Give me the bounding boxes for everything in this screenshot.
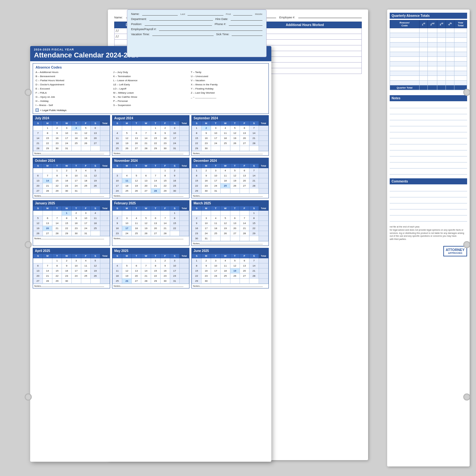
day-cell[interactable] <box>230 188 240 194</box>
day-cell[interactable] <box>230 236 240 241</box>
q-cell[interactable] <box>390 47 420 52</box>
q-cell[interactable] <box>446 57 454 62</box>
day-cell[interactable]: 2 <box>160 126 170 131</box>
day-cell[interactable]: 15 <box>192 178 202 183</box>
day-cell[interactable] <box>141 168 151 173</box>
q-cell[interactable] <box>390 57 420 62</box>
day-cell[interactable]: 30 <box>160 146 170 151</box>
day-cell[interactable]: 28 <box>141 146 151 151</box>
day-cell[interactable]: 7 <box>52 216 62 221</box>
day-cell[interactable]: 8 <box>43 131 52 136</box>
day-cell[interactable]: 2 <box>202 258 211 263</box>
day-cell[interactable]: 14 <box>43 178 52 183</box>
day-cell[interactable] <box>249 188 259 194</box>
day-cell[interactable]: 26 <box>230 183 240 188</box>
day-cell[interactable]: 2 <box>202 126 211 131</box>
day-cell[interactable]: 9 <box>52 131 62 136</box>
day-cell[interactable]: 7 <box>43 173 52 178</box>
vacation-field[interactable] <box>152 36 214 36</box>
day-cell[interactable]: 27 <box>132 146 141 151</box>
q-cell[interactable] <box>437 81 446 85</box>
day-cell[interactable]: 11 <box>71 131 81 136</box>
day-cell[interactable]: 28 <box>141 279 151 284</box>
day-cell[interactable]: 26 <box>230 141 240 146</box>
day-cell[interactable]: 16 <box>62 268 71 274</box>
day-cell[interactable]: 11 <box>113 136 122 141</box>
day-cell[interactable]: 19 <box>230 178 240 183</box>
day-cell[interactable]: 22 <box>192 141 202 146</box>
day-cell[interactable]: 25 <box>81 183 90 188</box>
day-cell[interactable]: 11 <box>221 173 230 178</box>
day-cell[interactable]: 17 <box>170 268 179 274</box>
day-cell[interactable]: 17 <box>211 178 221 183</box>
day-cell[interactable]: 27 <box>43 231 52 236</box>
day-cell[interactable]: 11 <box>81 173 90 178</box>
day-cell[interactable] <box>160 211 170 216</box>
day-cell[interactable]: 28 <box>52 231 62 236</box>
day-cell[interactable]: 19 <box>141 226 151 231</box>
day-cell[interactable]: 28 <box>249 141 259 146</box>
day-cell[interactable] <box>240 236 249 241</box>
day-cell[interactable]: 18 <box>113 141 122 146</box>
day-cell[interactable]: 20 <box>132 141 141 146</box>
day-cell[interactable]: 23 <box>202 141 211 146</box>
day-cell[interactable]: 19 <box>122 141 132 146</box>
day-cell[interactable]: 28 <box>43 188 52 194</box>
day-cell[interactable]: 21 <box>249 178 259 183</box>
day-cell[interactable]: 19 <box>132 183 141 188</box>
day-cell[interactable]: 3 <box>113 173 122 178</box>
day-cell[interactable]: 10 <box>211 263 221 268</box>
day-cell[interactable]: 14 <box>249 263 259 268</box>
day-cell[interactable] <box>211 146 221 151</box>
day-cell[interactable]: 12 <box>122 136 132 141</box>
day-cell[interactable]: 11 <box>90 216 100 221</box>
q-cell[interactable] <box>427 81 437 85</box>
day-cell[interactable]: 24 <box>113 188 122 194</box>
day-cell[interactable]: 25 <box>211 231 221 236</box>
day-cell[interactable] <box>211 211 221 216</box>
day-cell[interactable] <box>141 211 151 216</box>
day-cell[interactable]: 7 <box>240 216 249 221</box>
day-cell[interactable]: 30 <box>192 236 202 241</box>
day-cell[interactable]: 18 <box>81 178 90 183</box>
day-cell[interactable]: 10 <box>211 173 221 178</box>
middle-field[interactable] <box>233 15 252 16</box>
day-cell[interactable] <box>132 258 141 263</box>
day-cell[interactable]: 10 <box>202 221 211 226</box>
day-cell[interactable]: 23 <box>71 226 81 231</box>
day-cell[interactable]: 25 <box>71 141 81 146</box>
day-cell[interactable]: 20 <box>43 226 52 231</box>
q-cell[interactable] <box>437 76 446 81</box>
day-cell[interactable]: 20 <box>33 274 43 279</box>
day-cell[interactable] <box>170 231 179 236</box>
day-cell[interactable]: 29 <box>160 188 170 194</box>
notes-line[interactable]: Notes <box>112 284 189 288</box>
day-cell[interactable]: 22 <box>62 226 71 231</box>
q-cell[interactable] <box>427 28 437 33</box>
day-cell[interactable]: 3 <box>170 258 179 263</box>
day-cell[interactable]: 9 <box>202 173 211 178</box>
day-cell[interactable]: 17 <box>202 226 211 231</box>
day-cell[interactable]: 16 <box>113 226 122 231</box>
day-cell[interactable]: 27 <box>151 231 160 236</box>
day-cell[interactable]: 12 <box>33 221 43 226</box>
day-cell[interactable]: 12 <box>141 221 151 226</box>
day-cell[interactable]: 24 <box>62 141 71 146</box>
day-cell[interactable]: 7 <box>249 126 259 131</box>
day-cell[interactable]: 29 <box>151 279 160 284</box>
day-cell[interactable]: 7 <box>33 131 43 136</box>
day-cell[interactable]: 19 <box>90 268 100 274</box>
q-cell[interactable] <box>454 38 467 43</box>
day-cell[interactable]: 9 <box>62 263 71 268</box>
day-cell[interactable]: 23 <box>170 183 179 188</box>
day-cell[interactable]: 14 <box>249 131 259 136</box>
day-cell[interactable]: 4 <box>221 258 230 263</box>
day-cell[interactable]: 2 <box>71 211 81 216</box>
day-cell[interactable]: 8 <box>170 216 179 221</box>
day-cell[interactable]: 24 <box>81 226 90 231</box>
note-line[interactable] <box>390 121 467 126</box>
day-cell[interactable] <box>90 146 100 151</box>
day-cell[interactable] <box>113 258 122 263</box>
day-cell[interactable]: 23 <box>160 141 170 146</box>
day-cell[interactable] <box>90 279 100 284</box>
